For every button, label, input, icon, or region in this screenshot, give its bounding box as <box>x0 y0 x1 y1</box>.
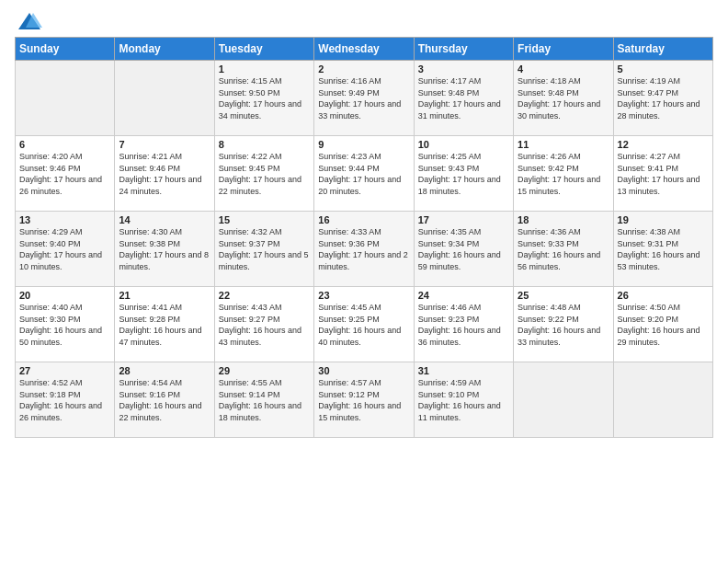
weekday-header-row: Sunday Monday Tuesday Wednesday Thursday… <box>16 38 713 61</box>
day-number: 1 <box>219 63 310 75</box>
day-info: Sunrise: 4:35 AM Sunset: 9:34 PM Dayligh… <box>418 226 509 272</box>
calendar-cell: 14Sunrise: 4:30 AM Sunset: 9:38 PM Dayli… <box>115 212 214 287</box>
calendar-cell: 8Sunrise: 4:22 AM Sunset: 9:45 PM Daylig… <box>214 136 313 212</box>
calendar-cell: 29Sunrise: 4:55 AM Sunset: 9:14 PM Dayli… <box>214 362 313 438</box>
calendar-cell: 3Sunrise: 4:17 AM Sunset: 9:48 PM Daylig… <box>414 61 513 136</box>
day-number: 19 <box>618 214 709 225</box>
calendar-cell: 19Sunrise: 4:38 AM Sunset: 9:31 PM Dayli… <box>613 212 712 287</box>
calendar-cell: 27Sunrise: 4:52 AM Sunset: 9:18 PM Dayli… <box>16 362 115 438</box>
day-info: Sunrise: 4:48 AM Sunset: 9:22 PM Dayligh… <box>518 302 609 348</box>
th-tuesday: Tuesday <box>214 38 313 61</box>
page: Sunday Monday Tuesday Wednesday Thursday… <box>0 0 728 563</box>
day-info: Sunrise: 4:33 AM Sunset: 9:36 PM Dayligh… <box>318 226 409 272</box>
logo <box>15 9 42 31</box>
day-info: Sunrise: 4:17 AM Sunset: 9:48 PM Dayligh… <box>418 75 509 121</box>
day-info: Sunrise: 4:59 AM Sunset: 9:10 PM Dayligh… <box>418 377 509 423</box>
day-info: Sunrise: 4:21 AM Sunset: 9:46 PM Dayligh… <box>119 151 210 197</box>
calendar-cell: 15Sunrise: 4:32 AM Sunset: 9:37 PM Dayli… <box>214 212 313 287</box>
calendar-cell: 18Sunrise: 4:36 AM Sunset: 9:33 PM Dayli… <box>514 212 613 287</box>
day-number: 7 <box>119 139 210 150</box>
calendar-week-4: 20Sunrise: 4:40 AM Sunset: 9:30 PM Dayli… <box>16 287 713 362</box>
calendar-cell: 5Sunrise: 4:19 AM Sunset: 9:47 PM Daylig… <box>613 61 712 136</box>
day-info: Sunrise: 4:50 AM Sunset: 9:20 PM Dayligh… <box>618 302 709 348</box>
day-number: 17 <box>418 214 509 225</box>
day-number: 22 <box>219 290 310 301</box>
day-info: Sunrise: 4:20 AM Sunset: 9:46 PM Dayligh… <box>19 151 110 197</box>
day-number: 18 <box>518 214 609 225</box>
day-number: 21 <box>119 290 210 301</box>
th-wednesday: Wednesday <box>314 38 414 61</box>
day-info: Sunrise: 4:29 AM Sunset: 9:40 PM Dayligh… <box>19 226 110 272</box>
day-number: 25 <box>518 290 609 301</box>
logo-icon <box>17 9 42 35</box>
day-number: 11 <box>518 139 609 150</box>
calendar-week-5: 27Sunrise: 4:52 AM Sunset: 9:18 PM Dayli… <box>16 362 713 438</box>
day-number: 29 <box>219 365 310 376</box>
day-info: Sunrise: 4:25 AM Sunset: 9:43 PM Dayligh… <box>418 151 509 197</box>
th-monday: Monday <box>115 38 214 61</box>
day-number: 10 <box>418 139 509 150</box>
day-info: Sunrise: 4:38 AM Sunset: 9:31 PM Dayligh… <box>618 226 709 272</box>
calendar-cell: 9Sunrise: 4:23 AM Sunset: 9:44 PM Daylig… <box>314 136 414 212</box>
day-number: 24 <box>418 290 509 301</box>
day-info: Sunrise: 4:19 AM Sunset: 9:47 PM Dayligh… <box>618 75 709 121</box>
day-info: Sunrise: 4:43 AM Sunset: 9:27 PM Dayligh… <box>219 302 310 348</box>
day-info: Sunrise: 4:40 AM Sunset: 9:30 PM Dayligh… <box>19 302 110 348</box>
day-info: Sunrise: 4:30 AM Sunset: 9:38 PM Dayligh… <box>119 226 210 272</box>
calendar-cell: 13Sunrise: 4:29 AM Sunset: 9:40 PM Dayli… <box>16 212 115 287</box>
header <box>15 9 713 31</box>
day-number: 20 <box>19 290 110 301</box>
day-number: 6 <box>19 139 110 150</box>
day-number: 2 <box>318 63 409 75</box>
calendar-week-1: 1Sunrise: 4:15 AM Sunset: 9:50 PM Daylig… <box>16 61 713 136</box>
day-number: 31 <box>418 365 509 376</box>
calendar-cell: 31Sunrise: 4:59 AM Sunset: 9:10 PM Dayli… <box>414 362 513 438</box>
day-number: 3 <box>418 63 509 75</box>
day-number: 27 <box>19 365 110 376</box>
day-info: Sunrise: 4:46 AM Sunset: 9:23 PM Dayligh… <box>418 302 509 348</box>
calendar-cell: 28Sunrise: 4:54 AM Sunset: 9:16 PM Dayli… <box>115 362 214 438</box>
calendar-cell: 17Sunrise: 4:35 AM Sunset: 9:34 PM Dayli… <box>414 212 513 287</box>
th-saturday: Saturday <box>613 38 712 61</box>
calendar-cell: 20Sunrise: 4:40 AM Sunset: 9:30 PM Dayli… <box>16 287 115 362</box>
day-info: Sunrise: 4:27 AM Sunset: 9:41 PM Dayligh… <box>618 151 709 197</box>
day-info: Sunrise: 4:55 AM Sunset: 9:14 PM Dayligh… <box>219 377 310 423</box>
calendar-cell: 30Sunrise: 4:57 AM Sunset: 9:12 PM Dayli… <box>314 362 414 438</box>
day-info: Sunrise: 4:36 AM Sunset: 9:33 PM Dayligh… <box>518 226 609 272</box>
calendar-cell: 16Sunrise: 4:33 AM Sunset: 9:36 PM Dayli… <box>314 212 414 287</box>
day-info: Sunrise: 4:54 AM Sunset: 9:16 PM Dayligh… <box>119 377 210 423</box>
day-number: 30 <box>318 365 409 376</box>
day-info: Sunrise: 4:23 AM Sunset: 9:44 PM Dayligh… <box>318 151 409 197</box>
calendar-cell: 22Sunrise: 4:43 AM Sunset: 9:27 PM Dayli… <box>214 287 313 362</box>
day-number: 13 <box>19 214 110 225</box>
day-number: 28 <box>119 365 210 376</box>
day-info: Sunrise: 4:57 AM Sunset: 9:12 PM Dayligh… <box>318 377 409 423</box>
day-number: 12 <box>618 139 709 150</box>
day-info: Sunrise: 4:32 AM Sunset: 9:37 PM Dayligh… <box>219 226 310 272</box>
calendar-week-3: 13Sunrise: 4:29 AM Sunset: 9:40 PM Dayli… <box>16 212 713 287</box>
calendar-cell <box>514 362 613 438</box>
day-info: Sunrise: 4:52 AM Sunset: 9:18 PM Dayligh… <box>19 377 110 423</box>
calendar-cell: 11Sunrise: 4:26 AM Sunset: 9:42 PM Dayli… <box>514 136 613 212</box>
calendar-cell: 6Sunrise: 4:20 AM Sunset: 9:46 PM Daylig… <box>16 136 115 212</box>
calendar-cell <box>613 362 712 438</box>
day-number: 14 <box>119 214 210 225</box>
th-friday: Friday <box>514 38 613 61</box>
day-number: 8 <box>219 139 310 150</box>
day-number: 23 <box>318 290 409 301</box>
calendar-cell: 4Sunrise: 4:18 AM Sunset: 9:48 PM Daylig… <box>514 61 613 136</box>
day-number: 5 <box>618 63 709 75</box>
calendar-week-2: 6Sunrise: 4:20 AM Sunset: 9:46 PM Daylig… <box>16 136 713 212</box>
calendar-cell: 23Sunrise: 4:45 AM Sunset: 9:25 PM Dayli… <box>314 287 414 362</box>
day-info: Sunrise: 4:18 AM Sunset: 9:48 PM Dayligh… <box>518 75 609 121</box>
day-number: 9 <box>318 139 409 150</box>
day-info: Sunrise: 4:22 AM Sunset: 9:45 PM Dayligh… <box>219 151 310 197</box>
calendar-cell: 21Sunrise: 4:41 AM Sunset: 9:28 PM Dayli… <box>115 287 214 362</box>
calendar-cell <box>115 61 214 136</box>
th-thursday: Thursday <box>414 38 513 61</box>
day-info: Sunrise: 4:15 AM Sunset: 9:50 PM Dayligh… <box>219 75 310 121</box>
calendar-cell <box>16 61 115 136</box>
day-number: 4 <box>518 63 609 75</box>
day-number: 26 <box>618 290 709 301</box>
calendar-cell: 2Sunrise: 4:16 AM Sunset: 9:49 PM Daylig… <box>314 61 414 136</box>
